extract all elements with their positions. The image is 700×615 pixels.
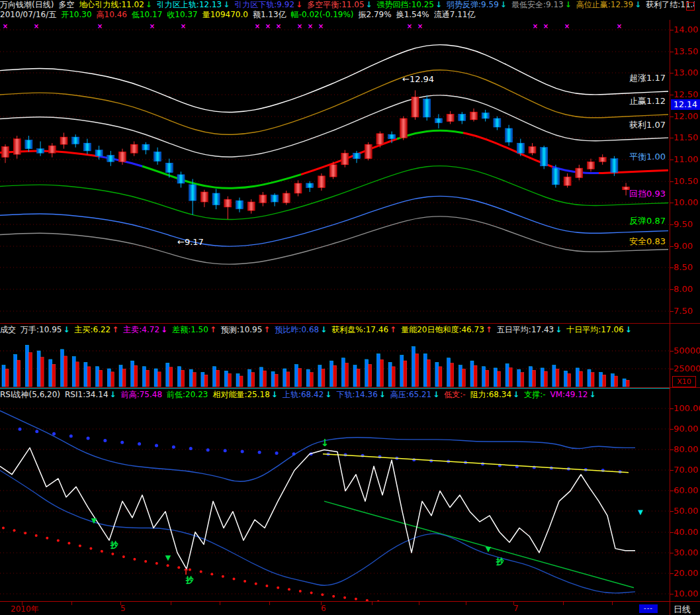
year-label: 2010年 <box>11 604 39 615</box>
ohlc-readout: 额1.13亿 <box>253 10 286 19</box>
candles-group <box>2 90 630 219</box>
price-axis: 12.14 X10 14.0013.5013.0012.5012.0011.50… <box>670 20 700 601</box>
axis-tick <box>670 532 674 533</box>
axis-tick <box>612 602 613 605</box>
ohlc-readout: 流通7.11亿 <box>434 10 476 19</box>
trend-arrow-icon: ↑ <box>263 325 270 334</box>
svg-text:▼: ▼ <box>165 553 171 562</box>
ohlc-readout: 振2.79% <box>359 10 392 19</box>
volume-chart-pane[interactable] <box>0 336 670 388</box>
svg-text:×: × <box>3 23 8 30</box>
svg-text:×: × <box>297 23 302 30</box>
rsi-chart-pane[interactable]: ▼抄▼↑抄↓▼抄▼ <box>0 402 670 601</box>
axis-tick <box>670 511 674 512</box>
volume-indicator-readout: 预比昨:0.68 <box>275 325 319 334</box>
trend-arrow-icon: ↑ <box>112 325 118 334</box>
rsi-tick-label: 80.00 <box>674 444 698 454</box>
svg-text:×: × <box>150 23 155 30</box>
window-corner-icon[interactable] <box>686 2 695 11</box>
ohlc-readout: 幅-0.02(-0.19%) <box>291 10 354 19</box>
axis-tick <box>120 602 121 605</box>
svg-text:抄: 抄 <box>110 540 118 549</box>
candlestick-chart-pane[interactable]: ×××××××××××××××××←12.94←9.17 <box>0 20 670 323</box>
price-tick-label: 10.00 <box>674 197 698 207</box>
svg-text:×: × <box>308 23 313 30</box>
axis-tick <box>670 553 674 553</box>
trend-arrow-icon: ↓ <box>63 325 69 334</box>
axis-tick <box>670 95 674 95</box>
rsi-tick-label: 20.00 <box>674 568 698 578</box>
svg-text:×: × <box>543 23 548 30</box>
svg-text:×: × <box>533 23 538 30</box>
axis-tick <box>563 602 564 605</box>
band-label: 安全0.83 <box>629 236 666 248</box>
green-trendline <box>324 501 634 588</box>
band-label: 回挡0.93 <box>629 188 666 200</box>
last-price-tag: 12.14 <box>671 99 700 110</box>
axis-tick <box>670 369 674 369</box>
axis-tick <box>670 449 674 450</box>
svg-text:←12.94: ←12.94 <box>402 74 434 84</box>
rsi-indicator-readout: 支撑:- <box>524 390 545 399</box>
band-label: 止赢1.12 <box>629 95 666 107</box>
stock-trading-app-window: 万向钱潮(日线)多空地心引力线:11.02↓引力区上轨:12.13↓引力区下轨:… <box>0 0 700 615</box>
axis-tick <box>670 73 674 73</box>
volume-indicator-readout: 主买:6.22 <box>74 325 110 334</box>
svg-text:×: × <box>417 23 423 30</box>
rsi-tick-label: 10.00 <box>674 589 698 598</box>
svg-text:←9.17: ←9.17 <box>177 237 204 247</box>
price-tick-label: 11.50 <box>674 132 698 142</box>
rsi-tick-label: 60.00 <box>674 485 698 495</box>
price-tick-label: 8.00 <box>674 284 693 294</box>
rsi-tick-label: 40.00 <box>674 527 698 537</box>
axis-tick <box>171 602 171 605</box>
yellow-trendline <box>323 454 629 473</box>
rsi-tick-label: 30.00 <box>674 547 698 557</box>
axis-tick <box>670 429 674 430</box>
time-axis[interactable]: 2010年 --- 日线 567 <box>0 601 700 615</box>
price-tick-label: 14.00 <box>674 24 698 34</box>
rsi-line <box>0 448 635 569</box>
price-tick-label: 8.50 <box>674 262 693 272</box>
rsi-indicator-readout: 前低:20.23 <box>167 390 208 399</box>
svg-text:↓: ↓ <box>321 437 329 449</box>
axis-tick <box>670 30 674 30</box>
rsi-indicator-readout: VM:49.12 <box>550 390 588 399</box>
axis-tick <box>670 160 674 160</box>
trend-arrow-icon: ↑ <box>390 325 396 334</box>
axis-tick <box>670 351 674 352</box>
axis-tick <box>419 602 419 605</box>
trend-arrow-icon: ↓ <box>634 0 641 9</box>
axis-tick <box>670 470 674 471</box>
axis-tick <box>71 602 72 605</box>
svg-text:×: × <box>34 23 39 30</box>
indicator-readout: 万向钱潮(日线) <box>0 0 54 9</box>
period-label[interactable]: 日线 <box>674 604 691 615</box>
svg-text:×: × <box>97 23 103 30</box>
trend-arrow-icon: ↓ <box>565 0 572 9</box>
rsi-indicator-readout: 低支:- <box>444 390 465 399</box>
trend-arrow-icon: ↓ <box>325 390 331 399</box>
indicator-readout: 高位止赢:12.39 <box>576 0 633 9</box>
rsi-header-row: RSI战神(5,6,20)RSI1:34.14↓前高:75.48前低:20.23… <box>0 389 665 401</box>
trend-arrow-icon: ↓ <box>590 390 596 399</box>
svg-text:×: × <box>276 23 281 30</box>
scrollbar-thumb[interactable]: --- <box>639 604 658 613</box>
volume-indicator-readout: 获利盘%:17.46 <box>331 325 388 334</box>
axis-tick <box>670 491 674 491</box>
trend-arrow-icon: ↓ <box>500 0 507 9</box>
rsi-indicator-readout: RSI1:34.14 <box>65 390 109 399</box>
ohlc-readout: 2010/07/16/五 <box>0 10 56 19</box>
indicator-readout: 地心引力线:11.02 <box>79 0 144 9</box>
volume-multiplier-badge: X10 <box>672 376 696 387</box>
month-label: 5 <box>120 604 126 613</box>
volume-indicator-readout: 量能20日饱和度:46.73 <box>401 325 484 334</box>
rsi-indicator-readout: 上轨:68.42 <box>283 390 324 399</box>
rsi-indicator-readout: 阻力:68.34 <box>470 390 511 399</box>
volume-tick-label: 25000 <box>674 363 700 373</box>
price-tick-label: 10.50 <box>674 176 698 186</box>
ohlc-readout: 收10.37 <box>167 10 197 19</box>
axis-tick <box>670 117 674 117</box>
rsi-indicator-readout: 高压:65.21 <box>390 390 431 399</box>
volume-tick-label: 50000 <box>674 346 700 355</box>
